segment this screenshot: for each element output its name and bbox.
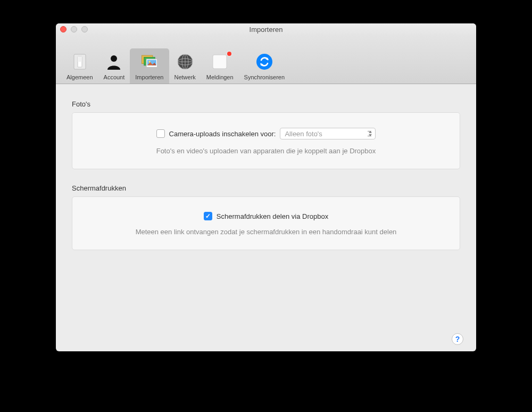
tab-algemeen[interactable]: Algemeen: [61, 48, 98, 84]
tab-label: Account: [104, 74, 125, 80]
close-button[interactable]: [60, 26, 66, 32]
tab-label: Synchroniseren: [244, 74, 285, 80]
screenshots-hint: Meteen een link ontvangen zodat je scher…: [88, 228, 444, 236]
tab-importeren[interactable]: Importeren: [130, 48, 169, 84]
camera-uploads-row: Camera-uploads inschakelen voor: Alleen …: [88, 128, 444, 139]
notification-badge-icon: [226, 51, 232, 57]
minimize-button[interactable]: [71, 26, 77, 32]
photos-panel: Camera-uploads inschakelen voor: Alleen …: [72, 112, 460, 169]
section-title-photos: Foto's: [72, 100, 460, 108]
camera-uploads-label: Camera-uploads inschakelen voor:: [169, 130, 276, 138]
person-icon: [105, 53, 123, 71]
screenshots-share-label: Schermafdrukken delen via Dropbox: [217, 212, 328, 220]
help-icon: ?: [455, 335, 460, 343]
switch-icon: [71, 53, 89, 71]
svg-rect-15: [213, 55, 227, 69]
preferences-window: Importeren Algemeen Account: [56, 23, 476, 351]
tab-netwerk[interactable]: Netwerk: [169, 48, 201, 84]
tab-label: Importeren: [135, 74, 163, 80]
zoom-button[interactable]: [81, 26, 88, 32]
camera-uploads-select[interactable]: Alleen foto's: [280, 128, 376, 139]
tab-label: Netwerk: [174, 74, 196, 80]
photos-stack-icon: [140, 53, 159, 71]
tab-label: Algemeen: [66, 74, 93, 80]
network-globe-icon: [176, 53, 194, 71]
traffic-lights: [60, 26, 88, 32]
screenshots-share-checkbox[interactable]: [204, 212, 212, 220]
tab-synchroniseren[interactable]: Synchroniseren: [239, 48, 290, 84]
help-button[interactable]: ?: [452, 333, 463, 345]
svg-rect-2: [78, 56, 82, 62]
select-value: Alleen foto's: [285, 130, 322, 138]
content-area: Foto's Camera-uploads inschakelen voor: …: [56, 84, 476, 351]
svg-point-8: [148, 61, 150, 62]
chevron-up-down-icon: [369, 131, 372, 136]
svg-point-16: [256, 54, 272, 70]
camera-uploads-hint: Foto's en video's uploaden van apparaten…: [88, 147, 444, 155]
tab-account[interactable]: Account: [98, 48, 130, 84]
tab-label: Meldingen: [206, 74, 234, 80]
screenshots-row: Schermafdrukken delen via Dropbox: [88, 212, 444, 220]
camera-uploads-checkbox[interactable]: [156, 129, 165, 138]
toolbar: Algemeen Account: [56, 35, 476, 84]
tab-meldingen[interactable]: Meldingen: [201, 48, 239, 84]
titlebar: Importeren: [56, 23, 476, 35]
window-title: Importeren: [60, 26, 472, 34]
svg-point-3: [111, 55, 117, 62]
screenshots-panel: Schermafdrukken delen via Dropbox Meteen…: [72, 196, 460, 250]
section-title-screenshots: Schermafdrukken: [72, 184, 460, 192]
sync-icon: [255, 53, 273, 71]
